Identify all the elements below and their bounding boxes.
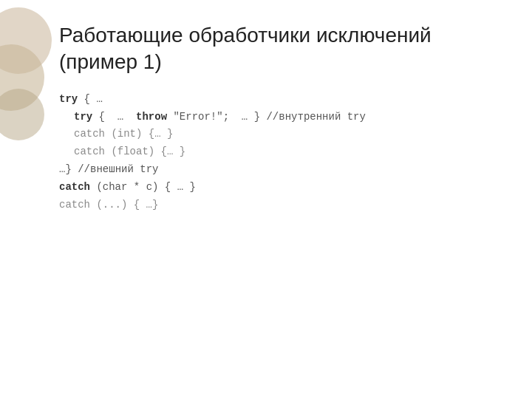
code-line-3: catch (int) {… } — [59, 126, 495, 143]
code-line-1: try { … — [59, 91, 495, 109]
code-block: try { … try { … throw "Error!"; … } //вн… — [59, 91, 495, 214]
page-title: Работающие обработчики исключений (приме… — [59, 22, 495, 76]
code-line-2: try { … throw "Error!"; … } //внутренний… — [59, 109, 495, 126]
code-line-6: catch (char * c) { … } — [59, 179, 495, 197]
code-line-5: …} //внешний try — [59, 161, 495, 179]
code-line-7: catch (...) { …} — [59, 197, 495, 214]
code-line-4: catch (float) {… } — [59, 143, 495, 161]
main-content: Работающие обработчики исключений (приме… — [0, 0, 532, 399]
